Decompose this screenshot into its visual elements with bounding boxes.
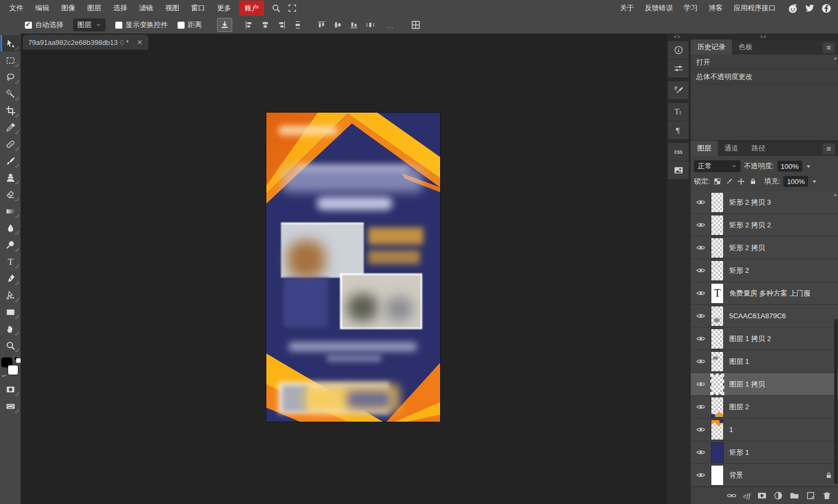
collapse-panels-handle[interactable]: >< (760, 34, 767, 40)
close-icon[interactable] (136, 39, 143, 45)
tool-pen[interactable] (1, 270, 20, 286)
blend-mode-select[interactable]: 正常 (694, 160, 741, 172)
align-top-icon[interactable] (313, 18, 330, 32)
menu-layer[interactable]: 图层 (81, 0, 107, 16)
color-swatches[interactable]: ⮠ (1, 356, 19, 380)
more-options-button[interactable]: … (386, 21, 395, 30)
visibility-eye-icon[interactable] (696, 470, 705, 480)
canvas-area[interactable]: 79a91aa982c2e68b398db130 * (21, 34, 667, 504)
visibility-eye-icon[interactable] (696, 311, 705, 320)
paragraph-panel-icon[interactable]: ¶ (668, 121, 689, 139)
opacity-value[interactable]: 100% (777, 161, 802, 172)
facebook-icon[interactable] (821, 3, 832, 14)
layer-name[interactable]: 图层 1 (729, 357, 838, 366)
layer-row[interactable]: 图层 2 (691, 396, 838, 418)
tool-rectangle[interactable] (1, 304, 20, 320)
layer-row[interactable]: 图层 1 拷贝 (691, 373, 838, 396)
tool-eraser[interactable] (1, 186, 20, 202)
visibility-eye-icon[interactable] (696, 198, 705, 207)
auto-select-option[interactable]: 自动选择 (25, 20, 63, 30)
tool-keyboard[interactable] (1, 398, 20, 414)
layer-row[interactable]: 背景 (691, 464, 838, 487)
visibility-eye-icon[interactable] (696, 220, 705, 230)
adjustment-icon[interactable] (774, 491, 783, 500)
menu-filter[interactable]: 滤镜 (133, 0, 159, 16)
layer-name[interactable]: 矩形 2 (729, 266, 838, 276)
menu-edit[interactable]: 编辑 (29, 0, 55, 16)
visibility-eye-icon[interactable] (696, 379, 705, 389)
menu-learn[interactable]: 学习 (678, 0, 703, 16)
layer-row[interactable]: 矩形 2 拷贝 2 (691, 214, 838, 237)
layer-name[interactable]: 免费量房 多种方案 上门服 (729, 289, 838, 298)
lock-all-icon[interactable] (749, 178, 757, 185)
tool-hand[interactable] (1, 320, 20, 337)
tool-move[interactable] (1, 35, 20, 51)
align-bottom-icon[interactable] (346, 18, 362, 32)
layer-row[interactable]: 矩形 2 (691, 259, 838, 282)
layer-name[interactable]: 5CAAC61A879C6 (729, 312, 838, 320)
tab-channels[interactable]: 通道 (718, 141, 745, 156)
menu-window[interactable]: 窗口 (185, 0, 211, 16)
menu-more[interactable]: 更多 (211, 0, 237, 16)
show-transform-option[interactable]: 显示变换控件 (115, 20, 168, 30)
grid-view-icon[interactable] (411, 21, 420, 29)
align-center-horizontal-icon[interactable] (257, 18, 273, 32)
visibility-eye-icon[interactable] (696, 425, 705, 434)
visibility-eye-icon[interactable] (696, 266, 705, 275)
twitter-icon[interactable] (804, 3, 815, 14)
lock-transparency-icon[interactable] (713, 178, 721, 185)
layer-row[interactable]: 5CAAC61A879C6 (691, 305, 838, 328)
opacity-dropdown-icon[interactable] (806, 163, 811, 169)
tool-quick-mask[interactable] (1, 381, 20, 397)
brush-settings-panel-icon[interactable] (668, 81, 689, 99)
layer-name[interactable]: 矩形 2 拷贝 3 (729, 198, 838, 207)
visibility-eye-icon[interactable] (696, 243, 705, 252)
distribute-vertical-icon[interactable] (290, 18, 306, 32)
align-right-icon[interactable] (273, 18, 290, 32)
layer-name[interactable]: 矩形 2 拷贝 (729, 243, 838, 253)
menu-about[interactable]: 关于 (614, 0, 639, 16)
tool-crop[interactable] (1, 102, 20, 119)
mask-icon[interactable] (757, 491, 767, 500)
layers-scrollbar[interactable] (834, 319, 837, 484)
collapse-strip-handle[interactable]: <> (674, 34, 681, 40)
export-button[interactable] (217, 18, 232, 32)
align-left-icon[interactable] (241, 18, 257, 32)
menu-blog[interactable]: 博客 (703, 0, 728, 16)
tool-path-select[interactable] (1, 287, 20, 303)
tool-dodge[interactable] (1, 237, 20, 253)
layer-name[interactable]: 矩形 2 拷贝 2 (729, 220, 838, 230)
menu-image[interactable]: 图像 (55, 0, 81, 16)
layer-row[interactable]: T 免费量房 多种方案 上门服 (691, 282, 838, 305)
layer-row[interactable]: 矩形 1 (691, 441, 838, 464)
layer-name[interactable]: 矩形 1 (729, 448, 838, 457)
layer-name[interactable]: 背景 (729, 470, 820, 480)
tool-blur[interactable] (1, 220, 20, 236)
show-transform-checkbox[interactable] (115, 22, 122, 29)
info-panel-icon[interactable] (668, 41, 689, 59)
swap-colors-icon[interactable]: ⮠ (2, 373, 5, 379)
document-tab[interactable]: 79a91aa982c2e68b398db130 * (23, 35, 148, 50)
align-center-vertical-icon[interactable] (330, 18, 346, 32)
distance-option[interactable]: 距离 (178, 20, 202, 30)
menu-view[interactable]: 视图 (159, 0, 185, 16)
layer-row[interactable]: 图层 1 (691, 350, 838, 373)
adjustments-panel-icon[interactable] (668, 60, 689, 77)
panel-menu-icon[interactable] (823, 143, 835, 154)
folder-icon[interactable] (790, 491, 799, 500)
auto-select-checkbox[interactable] (25, 22, 32, 29)
mini-background-swatch[interactable] (16, 358, 21, 363)
fill-value[interactable]: 100% (783, 176, 808, 187)
delete-icon[interactable] (822, 491, 832, 500)
history-item[interactable]: 总体不透明度更改 (691, 69, 838, 84)
new-layer-icon[interactable] (806, 491, 815, 500)
effects-button[interactable]: eff (743, 492, 750, 500)
lock-paint-icon[interactable] (725, 178, 733, 185)
css-panel-icon[interactable]: CSS (668, 143, 689, 161)
link-icon[interactable] (727, 491, 736, 500)
tab-layers[interactable]: 图层 (691, 141, 718, 156)
tool-type[interactable]: T (1, 253, 20, 270)
distance-checkbox[interactable] (178, 22, 185, 29)
menu-file[interactable]: 文件 (3, 0, 29, 16)
tool-gradient[interactable] (1, 203, 20, 219)
